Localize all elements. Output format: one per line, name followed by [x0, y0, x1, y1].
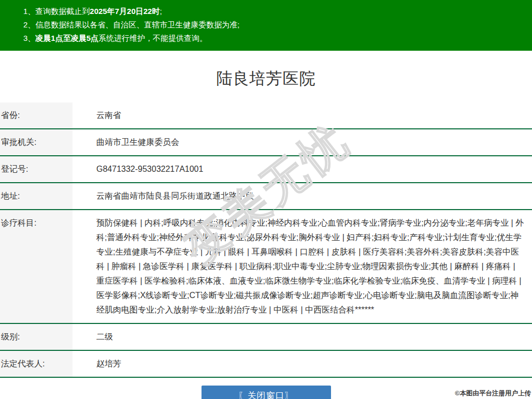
- notice-1-bold: 2025年7月20日22时: [90, 7, 160, 16]
- hospital-info-table: 省份: 云南省 审批机关: 曲靖市卫生健康委员会 登记号: G8471332-9…: [0, 102, 532, 378]
- row-value-approval-authority: 曲靖市卫生健康委员会: [73, 129, 532, 156]
- table-row-legal-representative: 法定代表人: 赵培芳: [0, 350, 532, 377]
- notice-line-2: 2、信息数据结果以各省、自治区、直辖市卫生健康委数据为准;: [23, 18, 522, 32]
- button-row: 〖关闭窗口〗: [0, 386, 532, 399]
- table-row-level: 级别: 二级: [0, 323, 532, 350]
- row-label-province: 省份:: [0, 102, 73, 129]
- row-label-legal-representative: 法定代表人:: [0, 350, 73, 377]
- notice-line-3: 3、凌晨1点至凌晨5点系统进行维护，不能提供查询。: [23, 32, 522, 45]
- table-row-address: 地址: 云南省曲靖市陆良县同乐街道政通北路中段: [0, 183, 532, 210]
- table-row-medical-subjects: 诊疗科目: 预防保健科 | 内科;呼吸内科专业;消化内科专业;神经内科专业;心血…: [0, 210, 532, 323]
- notice-3-suffix: 系统进行维护，不能提供查询。: [98, 34, 207, 42]
- table-row-approval-authority: 审批机关: 曲靖市卫生健康委员会: [0, 129, 532, 156]
- row-value-legal-representative: 赵培芳: [73, 350, 532, 377]
- row-label-level: 级别:: [0, 323, 73, 350]
- row-value-medical-subjects: 预防保健科 | 内科;呼吸内科专业;消化内科专业;神经内科专业;心血管内科专业;…: [73, 210, 532, 323]
- notice-2-text: 2、信息数据结果以各省、自治区、直辖市卫生健康委数据为准;: [23, 20, 240, 29]
- row-value-registration-number: G8471332-953032217A1001: [73, 156, 532, 183]
- page-title: 陆良培芳医院: [0, 68, 532, 90]
- table-row-registration-number: 登记号: G8471332-953032217A1001: [0, 156, 532, 183]
- notice-3-bold: 凌晨1点至凌晨5点: [35, 34, 98, 42]
- notice-1-suffix: ;: [160, 7, 162, 16]
- row-label-address: 地址:: [0, 183, 73, 210]
- notice-line-1: 1、查询数据截止到2025年7月20日22时;: [23, 5, 522, 18]
- table-row-province: 省份: 云南省: [0, 102, 532, 129]
- row-label-registration-number: 登记号:: [0, 156, 73, 183]
- upload-credit-text: ©本图由平台注册用户上传: [455, 389, 531, 398]
- row-label-medical-subjects: 诊疗科目:: [0, 210, 73, 323]
- notice-bar: 1、查询数据截止到2025年7月20日22时; 2、信息数据结果以各省、自治区、…: [0, 0, 532, 51]
- notice-3-text: 3、: [23, 34, 35, 42]
- row-value-province: 云南省: [73, 102, 532, 129]
- row-value-address: 云南省曲靖市陆良县同乐街道政通北路中段: [73, 183, 532, 210]
- row-value-level: 二级: [73, 323, 532, 350]
- row-label-approval-authority: 审批机关:: [0, 129, 73, 156]
- notice-1-text: 1、查询数据截止到: [23, 7, 90, 16]
- close-window-button[interactable]: 〖关闭窗口〗: [202, 386, 331, 399]
